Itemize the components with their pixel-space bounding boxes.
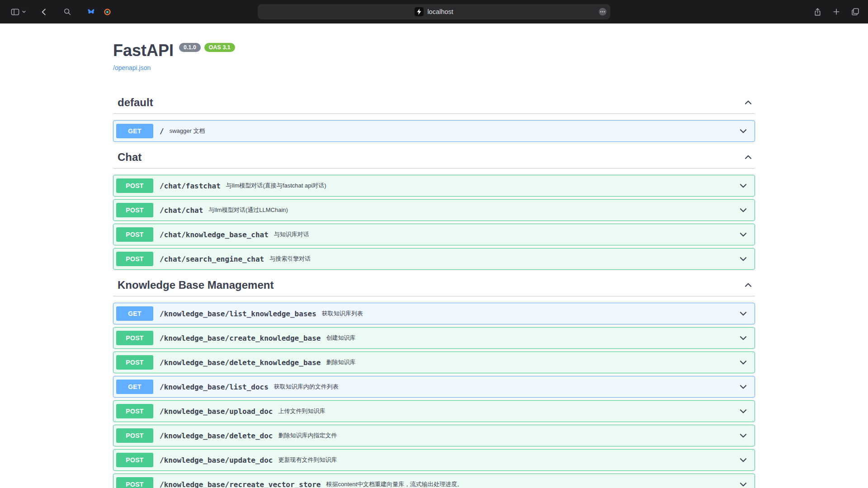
operation-row[interactable]: POST /knowledge_base/create_knowledge_ba…: [113, 327, 755, 349]
operation-row[interactable]: POST /chat/search_engine_chat 与搜索引擎对话: [113, 248, 755, 270]
expand-operation-button[interactable]: [738, 181, 748, 191]
operation-summary: 与llm模型对话(通过LLMChain): [208, 206, 288, 214]
operation-path: /knowledge_base/list_docs: [160, 383, 269, 391]
expand-operation-button[interactable]: [738, 205, 748, 215]
operation-row[interactable]: GET /knowledge_base/list_knowledge_bases…: [113, 303, 755, 324]
operation-summary: 与搜索引擎对话: [269, 255, 311, 263]
method-badge: GET: [116, 124, 153, 138]
back-button[interactable]: [37, 5, 51, 19]
tag-operations: POST /chat/fastchat 与llm模型对话(直接与fastchat…: [113, 175, 755, 270]
operation-path: /knowledge_base/recreate_vector_store: [160, 480, 321, 488]
operation-row[interactable]: POST /chat/chat 与llm模型对话(通过LLMChain): [113, 199, 755, 221]
tag-operations: GET / swagger 文档: [113, 120, 755, 142]
pinned-site-blue-button[interactable]: [84, 5, 98, 19]
operation-summary: 获取知识库列表: [322, 310, 363, 318]
method-badge: POST: [116, 227, 153, 242]
ellipsis-circle-icon: [598, 7, 607, 16]
operation-summary: 删除知识库: [326, 358, 355, 366]
operation-row[interactable]: POST /chat/fastchat 与llm模型对话(直接与fastchat…: [113, 175, 755, 197]
chevron-down-icon: [738, 382, 748, 392]
method-badge: POST: [116, 428, 153, 443]
api-tag-section: Chat POST /chat/fastchat 与llm模型对话(直接与fas…: [113, 145, 755, 270]
operation-row[interactable]: POST /knowledge_base/upload_doc 上传文件到知识库: [113, 400, 755, 422]
chevron-down-icon: [738, 357, 748, 367]
sidebar-menu-chevron[interactable]: [21, 5, 27, 19]
expand-operation-button[interactable]: [738, 382, 748, 392]
api-info: FastAPI 0.1.0 OAS 3.1 /openapi.json: [113, 42, 755, 72]
site-favicon-lightning-icon: [415, 7, 424, 16]
chevron-up-icon: [743, 152, 753, 162]
expand-operation-button[interactable]: [738, 479, 748, 488]
expand-operation-button[interactable]: [738, 455, 748, 465]
page-menu-button[interactable]: [598, 7, 607, 16]
expand-operation-button[interactable]: [738, 126, 748, 136]
collapse-section-button[interactable]: [741, 152, 755, 162]
tag-header[interactable]: default: [113, 90, 755, 114]
page-title: FastAPI 0.1.0 OAS 3.1: [113, 42, 755, 60]
method-badge: POST: [116, 252, 153, 266]
chevron-down-icon: [738, 254, 748, 264]
chevron-down-icon: [738, 333, 748, 343]
sidebar-icon: [11, 8, 19, 16]
new-tab-button[interactable]: [830, 5, 843, 19]
api-tag-section: default GET / swagger 文档: [113, 90, 755, 142]
plus-icon: [832, 8, 840, 16]
operation-summary: 删除知识库内指定文件: [278, 432, 337, 440]
operation-summary: 更新现有文件到知识库: [278, 456, 337, 464]
chevron-down-icon: [738, 205, 748, 215]
tag-operations: GET /knowledge_base/list_knowledge_bases…: [113, 303, 755, 488]
browser-toolbar: localhost: [0, 0, 868, 23]
share-button[interactable]: [811, 5, 824, 19]
operation-row[interactable]: POST /knowledge_base/recreate_vector_sto…: [113, 474, 755, 488]
operation-summary: 根据content中文档重建向量库，流式输出处理进度。: [326, 480, 463, 488]
expand-operation-button[interactable]: [738, 357, 748, 367]
operation-path: /chat/fastchat: [160, 182, 221, 190]
operation-row[interactable]: GET /knowledge_base/list_docs 获取知识库内的文件列…: [113, 376, 755, 398]
tag-header[interactable]: Chat: [113, 145, 755, 169]
openapi-spec-link[interactable]: /openapi.json: [113, 64, 151, 71]
address-bar[interactable]: localhost: [258, 4, 610, 19]
blue-butterfly-icon: [87, 8, 95, 16]
chevron-up-icon: [743, 280, 753, 290]
collapse-section-button[interactable]: [741, 98, 755, 108]
operation-row[interactable]: POST /knowledge_base/delete_knowledge_ba…: [113, 352, 755, 373]
search-icon: [63, 8, 71, 16]
tag-title: Knowledge Base Management: [118, 279, 274, 291]
chevron-down-icon: [738, 126, 748, 136]
search-button[interactable]: [61, 5, 74, 19]
tag-title: Chat: [118, 151, 142, 164]
collapse-section-button[interactable]: [741, 280, 755, 290]
api-sections: default GET / swagger 文档 Chat: [113, 90, 755, 488]
title-badges: 0.1.0 OAS 3.1: [179, 43, 235, 52]
orange-ring-icon: [104, 8, 111, 16]
operation-path: /knowledge_base/list_knowledge_bases: [160, 310, 316, 318]
operation-path: /knowledge_base/create_knowledge_base: [160, 334, 321, 343]
operation-row[interactable]: GET / swagger 文档: [113, 120, 755, 142]
expand-operation-button[interactable]: [738, 230, 748, 239]
tab-overview-button[interactable]: [849, 5, 862, 19]
expand-operation-button[interactable]: [738, 431, 748, 441]
operation-row[interactable]: POST /knowledge_base/delete_doc 删除知识库内指定…: [113, 425, 755, 446]
method-badge: POST: [116, 404, 153, 418]
method-badge: GET: [116, 380, 153, 394]
operation-path: /knowledge_base/delete_knowledge_base: [160, 358, 321, 367]
expand-operation-button[interactable]: [738, 406, 748, 416]
sidebar-toggle-button[interactable]: [8, 5, 22, 19]
chevron-down-icon: [22, 9, 26, 14]
expand-operation-button[interactable]: [738, 254, 748, 264]
operation-path: /chat/search_engine_chat: [160, 255, 264, 263]
pinned-site-orange-button[interactable]: [100, 5, 114, 19]
operation-path: /: [160, 127, 164, 136]
expand-operation-button[interactable]: [738, 333, 748, 343]
tag-header[interactable]: Knowledge Base Management: [113, 272, 755, 296]
method-badge: POST: [116, 477, 153, 488]
tag-title: default: [118, 96, 153, 109]
operation-path: /knowledge_base/upload_doc: [160, 407, 273, 416]
operation-row[interactable]: POST /chat/knowledge_base_chat 与知识库对话: [113, 224, 755, 245]
expand-operation-button[interactable]: [738, 309, 748, 319]
operation-summary: 创建知识库: [326, 334, 355, 342]
operation-row[interactable]: POST /knowledge_base/update_doc 更新现有文件到知…: [113, 449, 755, 471]
method-badge: GET: [116, 306, 153, 321]
swagger-ui-page: FastAPI 0.1.0 OAS 3.1 /openapi.json defa…: [0, 42, 868, 488]
chevron-down-icon: [738, 479, 748, 488]
